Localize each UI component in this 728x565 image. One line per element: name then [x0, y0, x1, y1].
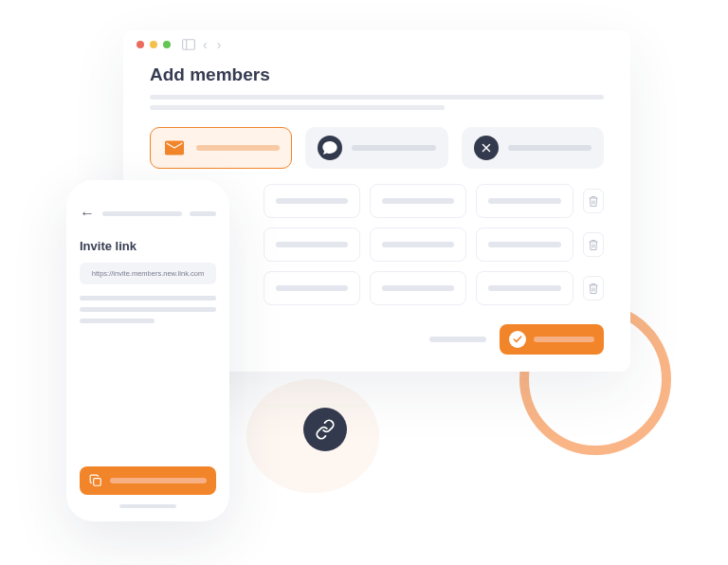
member-field[interactable]	[476, 271, 573, 305]
member-field[interactable]	[370, 271, 466, 305]
skeleton-line	[80, 307, 216, 312]
cancel-button[interactable]	[429, 337, 486, 342]
trash-icon	[588, 239, 599, 251]
invite-method-chat[interactable]	[305, 127, 447, 169]
svg-rect-4	[94, 479, 101, 486]
close-icon	[474, 136, 499, 160]
copy-link-button[interactable]	[80, 466, 216, 495]
skeleton-line	[102, 211, 182, 216]
check-icon	[509, 331, 526, 348]
member-field[interactable]	[264, 228, 360, 262]
traffic-max-icon[interactable]	[163, 41, 171, 48]
member-field[interactable]	[370, 228, 466, 262]
envelope-icon	[162, 136, 187, 160]
skeleton-line	[80, 296, 216, 301]
home-indicator	[119, 504, 176, 508]
delete-row-button[interactable]	[583, 189, 604, 213]
phone-title: Invite link	[80, 239, 216, 253]
skeleton-line	[196, 145, 280, 151]
member-fields-grid	[264, 184, 604, 305]
delete-row-button[interactable]	[583, 232, 604, 257]
svg-rect-0	[183, 40, 195, 50]
member-field[interactable]	[370, 184, 466, 218]
skeleton-line	[110, 478, 207, 483]
skeleton-line	[150, 105, 445, 110]
skeleton-line	[534, 337, 594, 342]
traffic-close-icon[interactable]	[136, 41, 144, 48]
trash-icon	[588, 195, 599, 208]
nav-back-icon[interactable]: ‹	[201, 37, 209, 52]
browser-chrome: ‹ ›	[123, 30, 630, 59]
invite-methods	[150, 127, 604, 169]
skeleton-line	[352, 145, 435, 151]
sidebar-icon[interactable]	[182, 39, 195, 50]
invite-method-cancel[interactable]	[462, 127, 604, 169]
skeleton-line	[190, 211, 216, 216]
copy-icon	[89, 474, 102, 487]
member-field[interactable]	[476, 184, 573, 218]
phone-header: ←	[80, 205, 216, 222]
phone-mockup: ← Invite link https://invite.members.new…	[66, 180, 229, 521]
confirm-button[interactable]	[500, 324, 604, 355]
member-field[interactable]	[264, 271, 360, 305]
skeleton-line	[150, 95, 604, 100]
back-icon[interactable]: ←	[80, 205, 95, 222]
delete-row-button[interactable]	[583, 276, 604, 301]
member-row	[264, 271, 604, 305]
page-title: Add members	[150, 64, 604, 85]
chat-icon	[318, 136, 342, 160]
member-field[interactable]	[476, 228, 573, 262]
member-row	[264, 228, 604, 262]
link-badge	[303, 408, 347, 451]
trash-icon	[588, 282, 599, 295]
skeleton-line	[508, 145, 592, 151]
traffic-min-icon[interactable]	[150, 41, 157, 48]
link-icon	[315, 419, 336, 440]
nav-forward-icon[interactable]: ›	[215, 37, 224, 52]
member-row	[264, 184, 604, 218]
member-field[interactable]	[264, 184, 360, 218]
invite-url-field[interactable]: https://invite.members.new.link.com	[80, 263, 216, 284]
invite-method-email[interactable]	[150, 127, 292, 169]
